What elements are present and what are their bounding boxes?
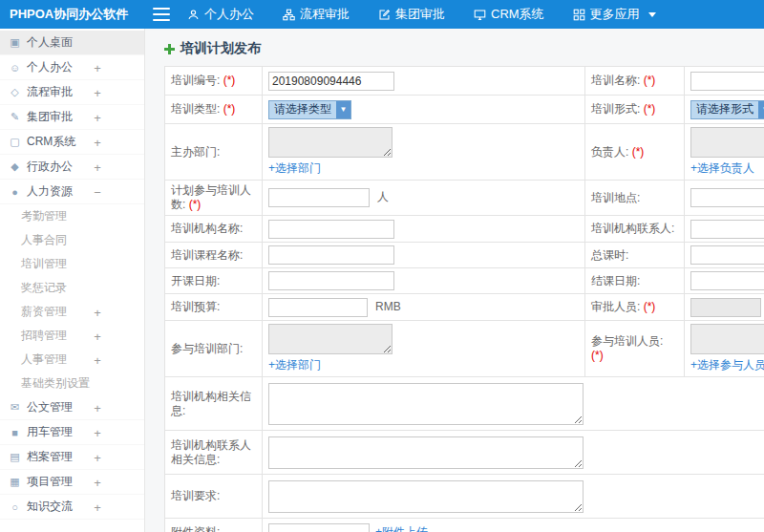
field-cell: +选择负责人 [685, 124, 764, 181]
sidebar-item[interactable]: ◆行政办公+ [0, 155, 144, 180]
total-hours-input[interactable] [690, 245, 764, 265]
expand-icon[interactable]: + [92, 400, 103, 415]
select-dept-link[interactable]: +选择部门 [268, 160, 579, 177]
training-form-select[interactable]: 请选择形式▼ [690, 100, 764, 119]
sidebar-item[interactable]: 奖惩记录 [0, 276, 144, 300]
expand-icon[interactable]: + [92, 160, 103, 174]
sidebar-item[interactable]: ■用车管理+ [0, 420, 144, 445]
sidebar-item[interactable]: ▢CRM系统+ [0, 130, 144, 155]
app-layout: ▣个人桌面☺个人办公+◇流程审批+✎集团审批+▢CRM系统+◆行政办公+●人力资… [0, 29, 764, 532]
sidebar-item-label: 人事管理 [21, 351, 67, 368]
sidebar-item[interactable]: 薪资管理+ [0, 300, 144, 324]
budget-input[interactable] [268, 298, 368, 317]
nav-item[interactable]: 流程审批 [283, 6, 350, 23]
field-cell [263, 475, 764, 519]
nav-item-label: 更多应用 [590, 6, 640, 23]
select-leader-link[interactable]: +选择负责人 [690, 160, 764, 177]
sidebar-item[interactable]: ✉公文管理+ [0, 395, 144, 420]
sidebar-item[interactable]: ▦项目管理+ [0, 470, 144, 495]
start-date-input[interactable] [268, 271, 394, 290]
field-cell [263, 431, 764, 475]
training-no-input[interactable] [268, 72, 394, 91]
expand-icon[interactable]: + [92, 352, 103, 367]
org-contact-input[interactable] [690, 220, 764, 239]
field-suffix: 人 [377, 190, 389, 203]
expand-icon[interactable]: + [92, 110, 103, 124]
sidebar-item[interactable]: ☺个人办公+ [0, 55, 144, 80]
expand-icon[interactable]: + [92, 329, 103, 343]
field-cell [263, 268, 585, 294]
sidebar-item[interactable]: ▤档案管理+ [0, 445, 144, 470]
field-label: 参与培训部门: [165, 321, 263, 377]
expand-icon[interactable]: + [92, 305, 103, 319]
expand-icon[interactable]: + [92, 85, 103, 99]
page-header: 培训计划发布 [164, 40, 764, 57]
sidebar-item-label: 人力资源 [27, 183, 73, 200]
nav-item[interactable]: 更多应用 [573, 6, 656, 23]
add-icon [164, 44, 175, 54]
hr-icon: ● [8, 186, 22, 198]
approval-icon [378, 9, 391, 21]
field-cell [685, 67, 764, 96]
field-label: 培训类型: (*) [165, 96, 263, 124]
expand-icon[interactable]: + [92, 450, 103, 464]
host-dept-textarea[interactable] [268, 127, 393, 158]
menu-icon[interactable] [153, 8, 170, 21]
participant-count-input[interactable] [268, 188, 370, 207]
chevron-down-icon [648, 12, 656, 17]
sidebar-item[interactable]: 招聘管理+ [0, 324, 144, 348]
requirement-textarea[interactable] [268, 480, 584, 513]
join-person-textarea[interactable] [690, 324, 764, 354]
expand-icon[interactable]: + [92, 425, 103, 439]
sidebar-item-label: 培训管理 [21, 256, 67, 272]
app-brand: PHPOA协同办公软件 [0, 6, 143, 23]
sidebar-item[interactable]: ●人力资源− [0, 180, 144, 204]
collapse-icon[interactable]: − [92, 184, 103, 199]
course-name-input[interactable] [268, 245, 394, 265]
select-join-person-link[interactable]: +选择参与人员 [690, 357, 764, 373]
sidebar-item-label: 档案管理 [27, 449, 73, 465]
sidebar-item-label: 考勤管理 [21, 208, 67, 224]
location-input[interactable] [690, 188, 764, 207]
topbar-nav: 个人办公流程审批集团审批CRM系统更多应用 [187, 6, 685, 23]
leader-textarea[interactable] [690, 127, 764, 158]
expand-icon[interactable]: + [92, 135, 103, 149]
sidebar-item[interactable]: ✎集团审批+ [0, 105, 144, 130]
expand-icon[interactable]: + [92, 60, 103, 74]
select-join-dept-link[interactable]: +选择部门 [268, 357, 579, 373]
sidebar-item-label: 项目管理 [27, 474, 73, 490]
field-label: 审批人员: (*) [585, 294, 685, 321]
nav-item[interactable]: CRM系统 [474, 6, 544, 23]
upload-link[interactable]: +附件上传 [375, 525, 428, 532]
training-type-select[interactable]: 请选择类型▼ [268, 100, 351, 119]
org-contact-info-textarea[interactable] [268, 436, 584, 469]
approval-icon: ✎ [8, 111, 22, 123]
field-cell [263, 216, 585, 243]
attachment-input[interactable] [268, 523, 370, 532]
nav-item[interactable]: 个人办公 [187, 6, 254, 23]
user-icon [187, 9, 200, 21]
sidebar-item[interactable]: 人事管理+ [0, 348, 144, 372]
org-info-textarea[interactable] [268, 383, 584, 425]
nav-item[interactable]: 集团审批 [378, 6, 445, 23]
expand-icon[interactable]: + [92, 475, 103, 489]
join-dept-textarea[interactable] [268, 324, 393, 354]
sidebar-item-label: 用车管理 [27, 424, 73, 440]
approver-input[interactable] [690, 298, 761, 317]
sidebar-item[interactable]: ○知识交流+ [0, 495, 144, 520]
sidebar-item[interactable]: ◇流程审批+ [0, 80, 144, 105]
field-label: 培训机构相关信息: [165, 377, 263, 431]
field-cell: RMB [263, 294, 585, 321]
end-date-input[interactable] [690, 271, 764, 290]
expand-icon[interactable]: + [92, 500, 103, 514]
required-mark: (*) [632, 145, 645, 159]
training-name-input[interactable] [690, 72, 764, 91]
field-cell [685, 181, 764, 216]
sidebar-item[interactable]: 人事合同 [0, 228, 144, 252]
org-name-input[interactable] [268, 220, 394, 239]
sidebar-item[interactable]: 考勤管理 [0, 204, 144, 228]
chevron-down-icon: ▼ [336, 101, 350, 118]
sidebar-item[interactable]: 基础类别设置 [0, 372, 144, 395]
sidebar-item[interactable]: 培训管理 [0, 252, 144, 276]
sidebar-item[interactable]: ▣个人桌面 [0, 31, 144, 55]
